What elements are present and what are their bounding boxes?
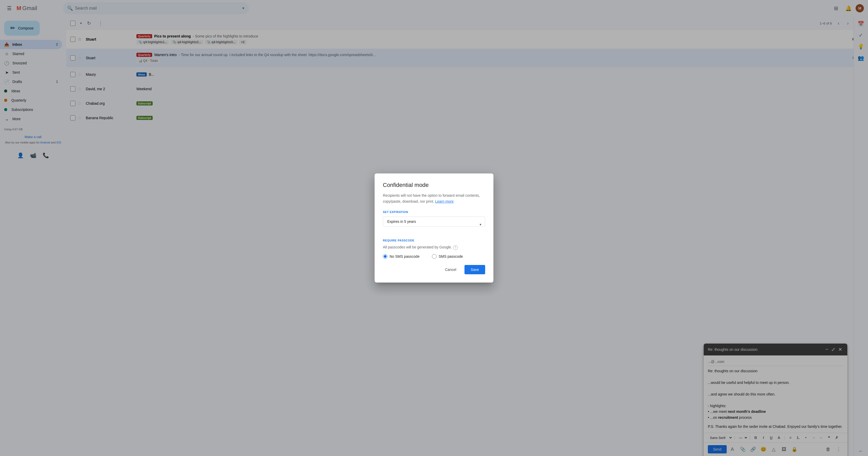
passcode-help-icon[interactable]: ? [453, 245, 458, 250]
modal-actions: Cancel Save [383, 265, 485, 274]
no-sms-radio-label[interactable]: No SMS passcode [383, 254, 420, 259]
expiration-select[interactable]: No expiration 1 day 1 week 1 month 3 mon… [383, 217, 485, 226]
modal-description: Recipients will not have the option to f… [383, 193, 485, 204]
passcode-section-label: REQUIRE PASSCODE [383, 239, 485, 242]
expiration-section-label: SET EXPIRATION [383, 210, 485, 213]
no-sms-label: No SMS passcode [390, 254, 420, 258]
passcode-radio-group: No SMS passcode SMS passcode [383, 254, 485, 259]
expiration-select-wrapper: No expiration 1 day 1 week 1 month 3 mon… [383, 217, 485, 233]
passcode-section: REQUIRE PASSCODE All passcodes will be g… [383, 239, 485, 250]
learn-more-link[interactable]: Learn more [435, 199, 454, 203]
save-button[interactable]: Save [464, 265, 485, 274]
sms-radio-label[interactable]: SMS passcode [432, 254, 463, 259]
modal-title: Confidential mode [383, 182, 485, 189]
cancel-button[interactable]: Cancel [439, 265, 462, 274]
confidential-mode-modal: Confidential mode Recipients will not ha… [375, 173, 493, 282]
modal-overlay: Confidential mode Recipients will not ha… [0, 0, 868, 456]
sms-radio[interactable] [432, 254, 437, 259]
sms-label: SMS passcode [439, 254, 463, 258]
no-sms-radio[interactable] [383, 254, 388, 259]
passcode-description: All passcodes will be generated by Googl… [383, 245, 485, 250]
